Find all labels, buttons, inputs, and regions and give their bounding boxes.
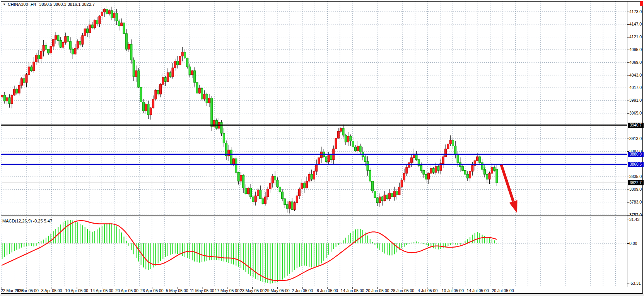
date-tick-label: 10 Jul 05:00 — [442, 288, 464, 293]
candlestick — [113, 13, 115, 18]
macd-indicator-label: MACD(12,26,9) -0.25 5.47 — [2, 219, 52, 223]
candlestick — [220, 123, 222, 133]
date-tick-label: 14 Apr 05:00 — [90, 288, 113, 293]
date-tick-label: 23 May 05:00 — [240, 288, 265, 293]
candlestick — [1, 95, 3, 97]
candlestick — [494, 168, 495, 171]
candlestick — [355, 147, 357, 151]
candlestick — [181, 52, 183, 56]
candlestick — [33, 62, 35, 71]
annotations-layer[interactable] — [483, 165, 518, 213]
price-badge-3860.5: 3860.5 — [628, 162, 644, 167]
hline-layer[interactable] — [1, 125, 627, 164]
chart-canvas[interactable] — [0, 0, 644, 296]
candlestick — [206, 94, 208, 103]
candlestick — [452, 140, 454, 146]
price-tick-label: 3809.0 — [629, 187, 642, 192]
candlestick — [328, 155, 330, 162]
candlestick — [391, 193, 393, 197]
candlestick — [160, 84, 162, 94]
candlestick — [369, 170, 371, 181]
macd-tick-label: 0.00 — [629, 241, 637, 246]
date-tick-label: 28 Jun 05:00 — [391, 288, 414, 293]
price-tick-label: 4147.0 — [629, 22, 642, 27]
candlestick — [172, 68, 174, 77]
candlestick — [303, 183, 305, 188]
candlestick — [274, 176, 276, 180]
candlestick — [23, 79, 25, 82]
candlestick — [43, 45, 44, 51]
date-tick-label: 20 Apr 05:00 — [115, 288, 138, 293]
date-tick-label: 17 May 05:00 — [215, 288, 239, 293]
macd-name: MACD(12,26,9) — [2, 219, 32, 223]
candlestick — [374, 191, 376, 198]
candlestick — [167, 73, 169, 82]
candlestick — [179, 56, 181, 65]
candlestick — [123, 23, 125, 34]
candlestick — [108, 10, 110, 14]
candlestick — [65, 36, 67, 42]
candlestick — [260, 190, 261, 199]
candlestick — [89, 25, 91, 33]
candlestick — [376, 198, 378, 203]
candlestick — [489, 173, 490, 179]
candlestick — [111, 10, 113, 18]
price-badge-3940.7: 3940.7 — [628, 123, 644, 128]
candlestick — [26, 75, 27, 82]
candlesticks-layer[interactable] — [1, 5, 498, 213]
candlestick — [16, 89, 18, 93]
candlestick — [45, 45, 47, 49]
chart-window: ▼CHINA300-,H43850.5 3860.3 3816.1 3822.7… — [0, 0, 644, 296]
candlestick — [386, 195, 388, 199]
price-tick-label: 3991.0 — [629, 98, 642, 103]
candlestick — [345, 135, 347, 142]
candlestick — [491, 168, 493, 173]
candlestick — [335, 138, 337, 149]
candlestick — [116, 13, 118, 21]
date-tick-label: 26 Apr 05:00 — [140, 288, 164, 293]
candlestick — [237, 172, 239, 181]
candlestick — [189, 67, 191, 75]
candlestick — [52, 39, 54, 46]
candlestick — [184, 52, 186, 58]
window-bottom-edge — [0, 294, 644, 296]
date-tick-label: 10 Apr 05:00 — [65, 288, 89, 293]
candlestick — [74, 48, 76, 54]
candlestick — [133, 60, 135, 77]
candlestick — [445, 149, 447, 157]
candlestick — [3, 95, 5, 101]
candlestick — [372, 181, 374, 191]
candlestick — [121, 23, 123, 26]
candlestick — [40, 51, 42, 59]
candlestick — [142, 102, 144, 111]
candlestick — [277, 180, 278, 187]
price-tick-label: 4069.0 — [629, 60, 642, 65]
candlestick — [118, 21, 120, 26]
candlestick — [359, 146, 361, 152]
candlestick — [164, 77, 166, 81]
ohlc-values: 3850.5 3860.3 3816.1 3822.7 — [39, 2, 95, 7]
price-tick-label: 3783.0 — [629, 200, 642, 205]
price-badge-3822.7: 3822.7 — [628, 180, 644, 185]
date-tick-label: 20 Jun 05:00 — [366, 288, 389, 293]
candlestick — [215, 121, 217, 128]
candlestick — [152, 99, 154, 108]
date-tick-label: 5 May 05:00 — [166, 288, 188, 293]
candlestick — [91, 25, 93, 28]
candlestick — [157, 90, 159, 94]
candlestick — [198, 88, 200, 93]
candlestick — [357, 146, 359, 151]
trend-arrow-head[interactable] — [509, 200, 518, 213]
candlestick — [306, 181, 308, 188]
trend-arrow-shaft[interactable] — [501, 165, 513, 202]
symbol-period-label: CHINA300-,H4 — [8, 2, 36, 7]
candlestick — [138, 71, 140, 87]
candlestick — [454, 146, 456, 155]
macd-signal-line — [2, 221, 497, 281]
candlestick — [135, 71, 137, 77]
candlestick — [330, 155, 332, 160]
chevron-down-icon[interactable]: ▼ — [3, 3, 6, 6]
price-tick-label: 3835.0 — [629, 174, 642, 179]
candlestick — [82, 36, 84, 44]
candlestick — [325, 157, 327, 162]
